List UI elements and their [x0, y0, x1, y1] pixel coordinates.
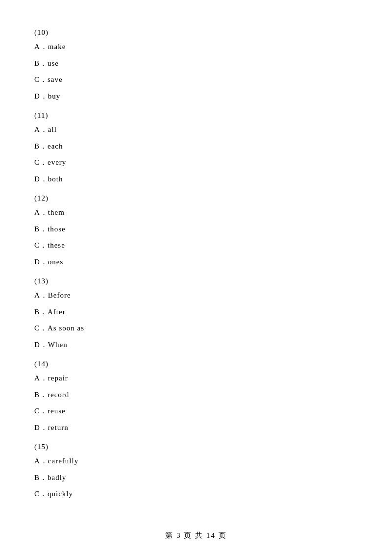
question-number-5: (15): [34, 443, 358, 451]
option-q1-1: B．each: [34, 140, 358, 153]
option-q5-0: A．carefully: [34, 455, 358, 468]
option-q3-2: C．As soon as: [34, 322, 358, 335]
option-q1-3: D．both: [34, 173, 358, 186]
option-q0-1: B．use: [34, 57, 358, 70]
option-q3-0: A．Before: [34, 289, 358, 302]
option-q4-1: B．record: [34, 389, 358, 402]
option-q4-0: A．repair: [34, 372, 358, 385]
option-q0-2: C．save: [34, 74, 358, 86]
option-q5-1: B．badly: [34, 472, 358, 484]
option-q1-0: A．all: [34, 124, 358, 136]
option-q3-1: B．After: [34, 306, 358, 319]
footer-text: 第 3 页 共 14 页: [165, 531, 226, 539]
option-q4-2: C．reuse: [34, 405, 358, 418]
question-number-1: (11): [34, 111, 358, 120]
option-q0-0: A．make: [34, 41, 358, 53]
question-number-4: (14): [34, 360, 358, 368]
main-content: (10)A．makeB．useC．saveD．buy(11)A．allB．eac…: [0, 0, 392, 534]
question-number-2: (12): [34, 194, 358, 202]
option-q2-2: C．these: [34, 239, 358, 252]
option-q2-1: B．those: [34, 223, 358, 236]
option-q4-3: D．return: [34, 422, 358, 434]
option-q1-2: C．every: [34, 156, 358, 169]
option-q2-3: D．ones: [34, 256, 358, 269]
option-q2-0: A．them: [34, 206, 358, 219]
option-q3-3: D．When: [34, 339, 358, 352]
option-q5-2: C．quickly: [34, 488, 358, 501]
page-footer: 第 3 页 共 14 页: [0, 531, 392, 540]
question-number-3: (13): [34, 277, 358, 285]
option-q0-3: D．buy: [34, 90, 358, 103]
question-number-0: (10): [34, 28, 358, 37]
